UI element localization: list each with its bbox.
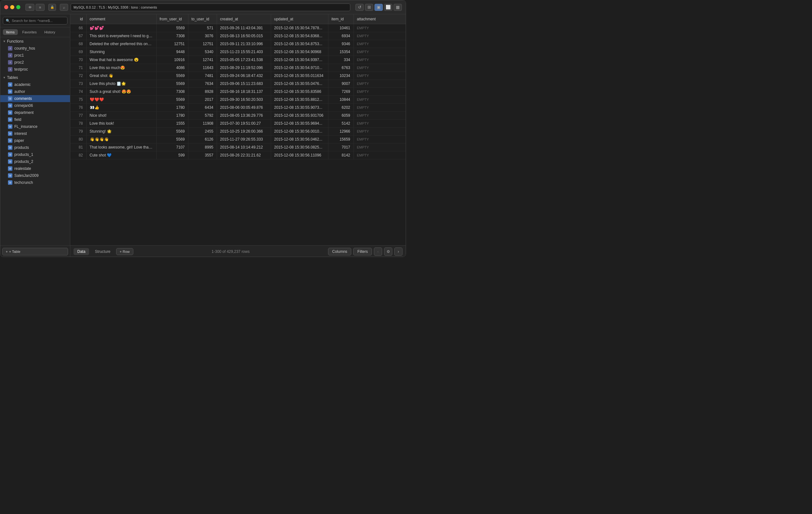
sidebar-item-label: proc2 xyxy=(14,60,24,65)
sidebar-search-field[interactable]: 🔍 Search for item: ^name$... xyxy=(3,17,67,25)
table-row[interactable]: 82 Cute shot 💙 599 3557 2015-08-26 22:31… xyxy=(70,151,406,159)
table-row[interactable]: 70 Wow that hat is awesome 😮 10916 12741… xyxy=(70,56,406,64)
cell-id: 70 xyxy=(70,56,86,64)
sidebar-item-label: realestate xyxy=(14,167,31,171)
cell-attachment: EMPTY xyxy=(353,40,406,48)
sidebar-item-label: products xyxy=(14,145,29,150)
filters-button[interactable]: Filters xyxy=(353,248,372,255)
table-row[interactable]: 69 Stunning 9448 5340 2015-11-23 15:55:2… xyxy=(70,48,406,56)
col-header-from_user_id[interactable]: from_user_id xyxy=(156,14,188,24)
cell-item_id: 6934 xyxy=(328,32,353,40)
sidebar-item-realestate[interactable]: ⊟ realestate xyxy=(0,165,70,172)
col-header-id[interactable]: id xyxy=(70,14,86,24)
refresh-button[interactable]: ↺ xyxy=(355,4,364,11)
cell-item_id: 7269 xyxy=(328,88,353,96)
sidebar-item-paper[interactable]: ⊟ paper xyxy=(0,137,70,144)
table-row[interactable]: 73 Love this photo 🗒️🌟 5569 7634 2015-09… xyxy=(70,80,406,88)
sidebar-item-department[interactable]: ⊟ department xyxy=(0,109,70,116)
grid-view-button[interactable]: ⊞ xyxy=(365,4,373,11)
add-row-button[interactable]: + Row xyxy=(116,248,133,255)
table-row[interactable]: 66 💕💕💕 5569 571 2015-09-26 11:43:04.391 … xyxy=(70,24,406,32)
tab-favorites[interactable]: Favorites xyxy=(19,29,40,35)
cell-attachment: EMPTY xyxy=(353,135,406,144)
cell-attachment: EMPTY xyxy=(353,72,406,80)
minimize-button[interactable] xyxy=(10,5,14,9)
close-button[interactable] xyxy=(4,5,8,9)
sidebar-item-comments[interactable]: ⊟ comments xyxy=(0,95,70,102)
cell-comment: 👋👋👋👋 xyxy=(86,135,156,144)
sidebar-item-author[interactable]: ⊟ author xyxy=(0,88,70,95)
search-icon-button[interactable]: ⌕ xyxy=(60,4,68,11)
cell-from_user_id: 5569 xyxy=(156,127,188,135)
bottom-bar: Data Structure + Row 1-300 of 429,237 ro… xyxy=(70,245,406,257)
eye-icon-button[interactable]: 👁 xyxy=(25,4,34,11)
table-row[interactable]: 67 This skirt is everywhere I need to ge… xyxy=(70,32,406,40)
table-icon: ⊟ xyxy=(8,180,12,185)
sidebar-item-crimejan06[interactable]: ⊟ crimejan06 xyxy=(0,102,70,109)
col-header-to_user_id[interactable]: to_user_id xyxy=(188,14,217,24)
prev-page-button[interactable]: ‹ xyxy=(374,247,382,256)
cell-to_user_id: 12741 xyxy=(188,56,217,64)
lock-icon-button[interactable]: 🔒 xyxy=(48,4,56,11)
sidebar-item-field[interactable]: ⊟ field xyxy=(0,116,70,123)
cell-updated_at: 2015-12-08 15:30:55.8812... xyxy=(271,96,328,104)
columns-button[interactable]: Columns xyxy=(328,248,351,255)
table-row[interactable]: 79 Stunning! 🌟 5569 2455 2015-10-25 19:2… xyxy=(70,127,406,135)
settings-button[interactable]: ⚙ xyxy=(384,247,392,256)
col-header-comment[interactable]: comment xyxy=(86,14,156,24)
cell-id: 82 xyxy=(70,151,86,159)
table-row[interactable]: 71 Love this so much😍 4086 11643 2015-08… xyxy=(70,64,406,72)
list-view-button[interactable]: ⬜ xyxy=(384,4,392,11)
sidebar-item-proc2[interactable]: f proc2 xyxy=(0,59,70,66)
sidebar-item-interest[interactable]: ⊟ interest xyxy=(0,130,70,137)
table-row[interactable]: 75 ❤️❤️❤️ 5569 2017 2015-09-30 16:50:20.… xyxy=(70,96,406,104)
col-header-updated_at[interactable]: updated_at xyxy=(271,14,328,24)
sidebar-item-label: products_1 xyxy=(14,152,33,157)
sidebar-tabs: Items Favorites History xyxy=(0,27,70,37)
table-row[interactable]: 74 Such a great shot! 😍😍 7308 8928 2015-… xyxy=(70,88,406,96)
col-header-created_at[interactable]: created_at xyxy=(217,14,271,24)
table-row[interactable]: 81 That looks awesome, girl! Love that o… xyxy=(70,144,406,151)
cell-updated_at: 2015-12-08 15:30:56.0010... xyxy=(271,127,328,135)
sidebar-item-techcrunch[interactable]: ⊟ techcrunch xyxy=(0,179,70,186)
split-view-button[interactable]: ▣ xyxy=(375,4,383,11)
add-table-button[interactable]: + + Table xyxy=(2,248,68,255)
cell-from_user_id: 4086 xyxy=(156,64,188,72)
alt-view-button[interactable]: ▦ xyxy=(394,4,402,11)
table-row[interactable]: 68 Deleted the other preferred this one … xyxy=(70,40,406,48)
titlebar: 👁 ≡ 🔒 ⌕ MySQL 8.0.12 : TLS : MySQL 3308 … xyxy=(0,0,406,14)
sidebar-item-country_hos[interactable]: f country_hos xyxy=(0,45,70,52)
table-row[interactable]: 78 Love this look! 1555 11908 2015-07-30… xyxy=(70,120,406,127)
sidebar-item-products[interactable]: ⊟ products xyxy=(0,144,70,151)
table-row[interactable]: 80 👋👋👋👋 5569 6126 2015-11-27 09:26:55.33… xyxy=(70,135,406,144)
table-container[interactable]: id comment from_user_id to_user_id creat… xyxy=(70,14,406,245)
tab-structure[interactable]: Structure xyxy=(91,248,114,255)
col-header-attachment[interactable]: attachment xyxy=(353,14,406,24)
add-table-label: + Table xyxy=(9,250,20,253)
table-row[interactable]: 72 Great shot 👋 5569 7481 2015-09-24 06:… xyxy=(70,72,406,80)
sidebar-item-products_1[interactable]: ⊟ products_1 xyxy=(0,151,70,158)
tab-data[interactable]: Data xyxy=(74,248,89,255)
tables-section-header[interactable]: ▼ Tables xyxy=(0,74,70,81)
sidebar-item-products_2[interactable]: ⊟ products_2 xyxy=(0,158,70,165)
add-row-label: + Row xyxy=(120,250,130,253)
table-row[interactable]: 77 Nice shot! 1780 5792 2015-08-05 13:36… xyxy=(70,112,406,120)
sidebar-item-SalesJan2009[interactable]: ⊟ SalesJan2009 xyxy=(0,172,70,179)
tab-history[interactable]: History xyxy=(41,29,58,35)
sidebar-item-academic[interactable]: ⊟ academic xyxy=(0,81,70,88)
functions-section-header[interactable]: ▼ Functions xyxy=(0,38,70,45)
bottom-right-buttons: Columns Filters ‹ ⚙ › xyxy=(328,247,403,256)
sidebar-item-FL_insurance[interactable]: ⊟ FL_insurance xyxy=(0,123,70,130)
next-page-button[interactable]: › xyxy=(394,247,403,256)
cell-attachment: EMPTY xyxy=(353,112,406,120)
sidebar-item-label: SalesJan2009 xyxy=(14,173,38,178)
maximize-button[interactable] xyxy=(16,5,20,9)
menu-icon-button[interactable]: ≡ xyxy=(36,4,45,11)
sidebar-item-proc1[interactable]: f proc1 xyxy=(0,52,70,59)
table-header-row: id comment from_user_id to_user_id creat… xyxy=(70,14,406,24)
col-header-item_id[interactable]: item_id xyxy=(328,14,353,24)
tab-items[interactable]: Items xyxy=(3,29,18,35)
sidebar-item-label: testproc xyxy=(14,67,28,71)
sidebar-item-testproc[interactable]: f testproc xyxy=(0,66,70,73)
table-row[interactable]: 76 👀👍 1780 6434 2015-08-06 00:05:49.876 … xyxy=(70,104,406,112)
